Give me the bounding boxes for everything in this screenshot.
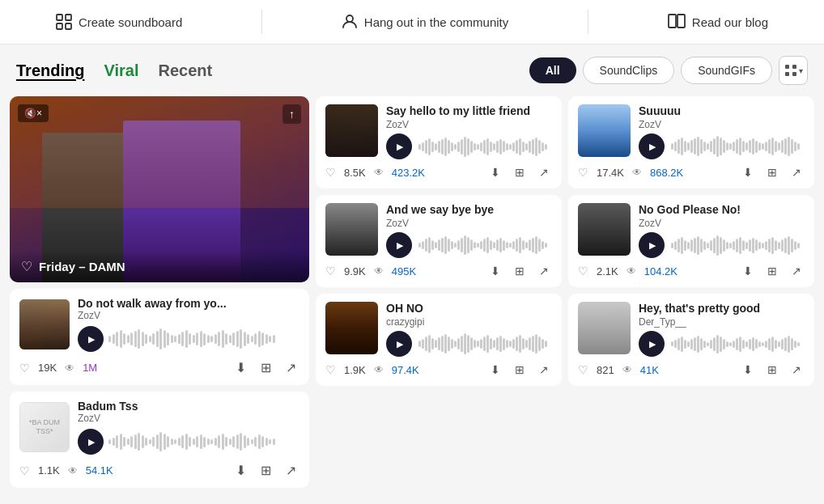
heart-icon-s: ♡ xyxy=(578,166,588,179)
svg-rect-2 xyxy=(57,23,62,29)
eye-icon-badum: 👁 xyxy=(68,465,78,476)
share-btn[interactable]: ↑ xyxy=(282,104,301,124)
likes-badum: 1.1K xyxy=(38,464,60,476)
add-btn-oh-no[interactable]: ⊞ xyxy=(512,362,528,378)
soundboard-icon xyxy=(56,14,72,30)
likes-no-god: 2.1K xyxy=(597,265,618,277)
share-btn-badum[interactable]: ↗ xyxy=(282,461,299,480)
likes-bye-bye: 9.9K xyxy=(344,265,366,277)
type-all-btn[interactable]: All xyxy=(529,57,576,83)
share-btn-bye-bye[interactable]: ↗ xyxy=(536,263,552,279)
play-btn-little-friend[interactable] xyxy=(386,133,412,159)
title-no-god: No God Please No! xyxy=(639,203,805,216)
svg-rect-6 xyxy=(677,15,685,28)
likes-pretty-good: 821 xyxy=(597,364,614,376)
eye-icon-pg: 👁 xyxy=(622,364,632,375)
play-btn-no-god[interactable] xyxy=(639,232,665,258)
download-btn-oh-no[interactable]: ⬇ xyxy=(487,362,503,378)
likes-suuuuu: 17.4K xyxy=(597,167,624,179)
likes-do-not-walk: 19K xyxy=(38,362,57,374)
type-soundgifs-btn[interactable]: SoundGIFs xyxy=(681,57,772,84)
stats-pretty-good: ♡ 821 👁 41K ⬇ ⊞ ↗ xyxy=(578,362,805,378)
blog-icon xyxy=(668,13,686,32)
mute-btn[interactable]: 🔇× xyxy=(18,104,49,122)
heart-icon-ng: ♡ xyxy=(578,265,588,277)
views-little-friend: 423.2K xyxy=(392,167,425,179)
play-btn-oh-no[interactable] xyxy=(386,331,412,357)
share-btn-no-god[interactable]: ↗ xyxy=(788,263,805,279)
svg-rect-9 xyxy=(785,72,789,76)
views-oh-no: 97.4K xyxy=(392,364,419,376)
grid-card-oh-no: OH NO crazygipi const wf7 = document.cur… xyxy=(316,294,562,386)
waveform-bye-bye: const wf5 = document.currentScript.paren… xyxy=(418,235,552,256)
tab-trending[interactable]: Trending xyxy=(16,61,84,80)
likes-oh-no: 1.9K xyxy=(344,364,366,376)
waveform-badum: const wf2 = document.currentScript.paren… xyxy=(108,430,299,453)
likes-little-friend: 8.5K xyxy=(344,167,366,179)
author-pretty-good: Der_Typ__ xyxy=(639,316,805,328)
views-no-god: 104.2K xyxy=(644,265,677,277)
title-bye-bye: And we say bye bye xyxy=(386,203,552,216)
featured-card[interactable]: 🔇× ↑ ♡ Friday – DAMN xyxy=(10,96,309,282)
share-btn-do-not-walk[interactable]: ↗ xyxy=(282,358,299,377)
stats-suuuuu: ♡ 17.4K 👁 868.2K ⬇ ⊞ ↗ xyxy=(578,164,805,180)
community-label: Hang out in the community xyxy=(364,15,508,29)
play-btn-pretty-good[interactable] xyxy=(639,331,665,357)
create-soundboard-label: Create soundboard xyxy=(79,15,182,29)
card-title-badum: Badum Tss xyxy=(78,400,299,413)
sound-card-do-not-walk: Do not walk away from yo... ZozV // wave… xyxy=(10,289,309,385)
play-btn-bye-bye[interactable] xyxy=(386,232,412,258)
share-btn-little-friend[interactable]: ↗ xyxy=(536,164,552,180)
chevron-down-icon: ▾ xyxy=(799,66,803,75)
svg-rect-5 xyxy=(669,15,676,28)
tab-recent[interactable]: Recent xyxy=(158,61,212,80)
views-do-not-walk: 1M xyxy=(83,362,97,374)
title-suuuuu: Suuuuu xyxy=(639,104,805,117)
community-icon xyxy=(342,13,358,32)
featured-overlay: ♡ Friday – DAMN xyxy=(10,251,309,282)
add-btn-badum[interactable]: ⊞ xyxy=(257,461,274,480)
svg-rect-8 xyxy=(792,65,796,69)
download-btn-badum[interactable]: ⬇ xyxy=(232,461,249,480)
share-btn-pretty-good[interactable]: ↗ xyxy=(788,362,805,378)
type-soundclips-btn[interactable]: SoundClips xyxy=(583,57,675,84)
svg-rect-3 xyxy=(66,23,71,29)
views-suuuuu: 868.2K xyxy=(650,167,683,179)
download-btn-no-god[interactable]: ⬇ xyxy=(740,263,756,279)
thumb-no-god xyxy=(578,203,631,256)
add-btn-do-not-walk[interactable]: ⊞ xyxy=(257,358,274,377)
eye-icon-ng: 👁 xyxy=(626,265,636,277)
featured-heart-icon: ♡ xyxy=(21,259,32,274)
play-btn-badum[interactable] xyxy=(78,429,104,455)
heart-icon-small: ♡ xyxy=(19,362,30,375)
add-btn-little-friend[interactable]: ⊞ xyxy=(512,164,528,180)
eye-icon-s: 👁 xyxy=(632,167,642,178)
type-filters: All SoundClips SoundGIFs ▾ xyxy=(529,56,808,85)
download-btn-little-friend[interactable]: ⬇ xyxy=(487,164,503,180)
play-btn-suuuuu[interactable] xyxy=(639,133,665,159)
add-btn-suuuuu[interactable]: ⊞ xyxy=(764,164,780,180)
tab-viral[interactable]: Viral xyxy=(104,61,138,80)
grid-card-bye-bye: And we say bye bye ZozV const wf5 = docu… xyxy=(316,195,562,287)
blog-nav[interactable]: Read our blog xyxy=(668,13,768,32)
add-btn-no-god[interactable]: ⊞ xyxy=(764,263,780,279)
author-no-god: ZozV xyxy=(639,218,805,229)
download-btn-do-not-walk[interactable]: ⬇ xyxy=(232,358,249,377)
download-btn-suuuuu[interactable]: ⬇ xyxy=(740,164,756,180)
thumb-oh-no xyxy=(325,302,378,354)
stats-do-not-walk: ♡ 19K 👁 1M ⬇ ⊞ ↗ xyxy=(19,357,299,377)
add-btn-bye-bye[interactable]: ⊞ xyxy=(512,263,528,279)
grid-card-suuuuu: Suuuuu ZozV const wf4 = document.current… xyxy=(568,96,814,188)
share-btn-oh-no[interactable]: ↗ xyxy=(536,362,552,378)
grid-view-btn[interactable]: ▾ xyxy=(779,56,808,85)
download-btn-bye-bye[interactable]: ⬇ xyxy=(487,263,503,279)
share-btn-suuuuu[interactable]: ↗ xyxy=(788,164,805,180)
download-btn-pretty-good[interactable]: ⬇ xyxy=(740,362,756,378)
community-nav[interactable]: Hang out in the community xyxy=(342,13,508,32)
thumb-badum: *BA DUMTSS* xyxy=(19,402,70,452)
play-btn-do-not-walk[interactable] xyxy=(78,326,104,352)
featured-title: Friday – DAMN xyxy=(39,260,125,273)
add-btn-pretty-good[interactable]: ⊞ xyxy=(764,362,780,378)
waveform-pretty-good: const wf8 = document.currentScript.paren… xyxy=(671,333,805,354)
create-soundboard-nav[interactable]: Create soundboard xyxy=(56,14,182,30)
